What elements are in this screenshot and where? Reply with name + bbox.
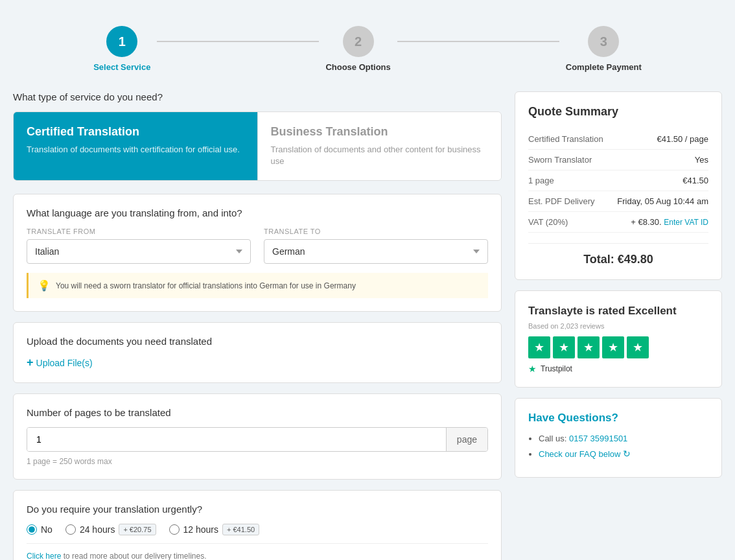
- questions-title: Have Questions?: [528, 412, 708, 425]
- questions-list: Call us: 0157 35991501 Check our FAQ bel…: [528, 434, 708, 459]
- step-2: 2 Choose Options: [325, 26, 390, 72]
- star-4: ★: [602, 336, 624, 358]
- translate-to-label: Translate To: [264, 228, 488, 235]
- business-translation-card[interactable]: Business Translation Translation of docu…: [258, 112, 502, 180]
- step-1-circle: 1: [106, 26, 137, 57]
- translate-from-label: Translate From: [27, 228, 251, 235]
- urgency-24h-radio[interactable]: [65, 524, 76, 535]
- urgency-12h-label: 12 hours: [183, 524, 218, 535]
- translate-to-group: Translate To German English French Spani…: [264, 228, 488, 264]
- step-3-circle: 3: [588, 26, 619, 57]
- step-1-label: Select Service: [93, 62, 150, 72]
- tp-star-icon: ★: [528, 364, 537, 374]
- quote-key-2: 1 page: [528, 176, 554, 185]
- question-item-0: Call us: 0157 35991501: [539, 434, 708, 443]
- urgency-no-label: No: [41, 524, 52, 535]
- language-card: What language are you translating from, …: [13, 194, 502, 312]
- trustpilot-logo: ★ Trustpilot: [528, 364, 708, 374]
- quote-value-4: + €8.30. Enter VAT ID: [631, 217, 708, 227]
- language-warning: 💡 You will need a sworn translator for o…: [27, 273, 488, 298]
- quote-row-0: Certified Translation €41.50 / page: [528, 129, 708, 150]
- quote-key-0: Certified Translation: [528, 134, 603, 144]
- upload-card: Upload the documents you need translated…: [13, 322, 502, 383]
- translate-to-select[interactable]: German English French Spanish Italian: [264, 239, 488, 264]
- step-3: 3 Complete Payment: [566, 26, 642, 72]
- quote-value-1: Yes: [695, 155, 708, 165]
- urgency-12h[interactable]: 12 hours + €41.50: [169, 524, 260, 535]
- quote-value-2: €41.50: [682, 176, 708, 185]
- trust-based: Based on 2,023 reviews: [528, 322, 708, 330]
- step-3-label: Complete Payment: [566, 62, 642, 72]
- quote-key-3: Est. PDF Delivery: [528, 196, 595, 206]
- pages-suffix: page: [446, 428, 487, 451]
- language-question: What language are you translating from, …: [27, 207, 488, 218]
- warning-icon: 💡: [38, 279, 51, 292]
- refresh-icon: ↻: [623, 449, 631, 459]
- business-card-title: Business Translation: [271, 125, 489, 139]
- star-5: ★: [627, 336, 649, 358]
- service-cards: Certified Translation Translation of doc…: [13, 111, 502, 181]
- vat-id-link[interactable]: Enter VAT ID: [664, 218, 708, 227]
- urgency-24h-badge: + €20.75: [119, 524, 156, 535]
- step-connector-2: [397, 41, 559, 42]
- pages-input-row: page: [27, 427, 488, 452]
- quote-title: Quote Summary: [528, 105, 708, 119]
- quote-value-3: Friday, 05 Aug 10:44 am: [617, 196, 708, 206]
- faq-link[interactable]: Check our FAQ below ↻: [539, 449, 631, 459]
- delivery-link[interactable]: Click here: [27, 552, 61, 560]
- certified-card-title: Certified Translation: [27, 125, 244, 139]
- stepper: 1 Select Service 2 Choose Options 3 Comp…: [13, 13, 722, 91]
- pages-card: Number of pages to be translated page 1 …: [13, 393, 502, 480]
- step-2-circle: 2: [343, 26, 374, 57]
- urgency-24h-label: 24 hours: [80, 524, 115, 535]
- quote-row-2: 1 page €41.50: [528, 170, 708, 191]
- star-1: ★: [528, 336, 550, 358]
- quote-key-4: VAT (20%): [528, 217, 568, 227]
- step-connector-1: [157, 41, 319, 42]
- star-3: ★: [578, 336, 600, 358]
- question-item-1: Check our FAQ below ↻: [539, 449, 708, 459]
- urgency-12h-badge: + €41.50: [222, 524, 259, 535]
- certified-translation-card[interactable]: Certified Translation Translation of doc…: [14, 112, 257, 180]
- step-1: 1 Select Service: [93, 26, 150, 72]
- quote-row-4: VAT (20%) + €8.30. Enter VAT ID: [528, 212, 708, 233]
- right-column: Quote Summary Certified Translation €41.…: [515, 91, 722, 478]
- urgency-24h[interactable]: 24 hours + €20.75: [65, 524, 156, 535]
- upload-button[interactable]: + Upload File(s): [27, 356, 93, 369]
- urgency-question: Do you require your translation urgently…: [27, 504, 488, 515]
- quote-row-3: Est. PDF Delivery Friday, 05 Aug 10:44 a…: [528, 191, 708, 212]
- phone-link[interactable]: 0157 35991501: [569, 434, 627, 443]
- step-2-label: Choose Options: [325, 62, 390, 72]
- delivery-link-row: Click here to read more about our delive…: [27, 543, 488, 560]
- urgency-options: No 24 hours + €20.75 12 hours + €41.50: [27, 524, 488, 535]
- urgency-12h-radio[interactable]: [169, 524, 180, 535]
- quote-card: Quote Summary Certified Translation €41.…: [515, 91, 722, 280]
- trustpilot-card: Translayte is rated Excellent Based on 2…: [515, 290, 722, 388]
- quote-key-1: Sworn Translator: [528, 155, 592, 165]
- service-question: What type of service do you need?: [13, 91, 502, 102]
- quote-row-1: Sworn Translator Yes: [528, 150, 708, 170]
- quote-total: Total: €49.80: [528, 243, 708, 266]
- quote-value-0: €41.50 / page: [657, 134, 708, 144]
- certified-card-desc: Translation of documents with certificat…: [27, 144, 244, 156]
- star-2: ★: [553, 336, 575, 358]
- translate-from-select[interactable]: Italian English French Spanish German: [27, 239, 251, 264]
- upload-plus-icon: +: [27, 356, 34, 369]
- trust-title: Translayte is rated Excellent: [528, 304, 708, 318]
- pages-label: Number of pages to be translated: [27, 407, 488, 418]
- urgency-card: Do you require your translation urgently…: [13, 490, 502, 560]
- questions-card: Have Questions? Call us: 0157 35991501 C…: [515, 398, 722, 478]
- urgency-no-radio[interactable]: [27, 524, 37, 535]
- upload-label: Upload the documents you need translated: [27, 336, 488, 347]
- trustpilot-logo-text: Trustpilot: [541, 364, 572, 373]
- trustpilot-stars: ★ ★ ★ ★ ★: [528, 336, 708, 358]
- translate-from-group: Translate From Italian English French Sp…: [27, 228, 251, 264]
- urgency-no[interactable]: No: [27, 524, 52, 535]
- pages-input[interactable]: [27, 428, 446, 451]
- business-card-desc: Translation of documents and other conte…: [271, 144, 489, 167]
- pages-hint: 1 page = 250 words max: [27, 457, 488, 466]
